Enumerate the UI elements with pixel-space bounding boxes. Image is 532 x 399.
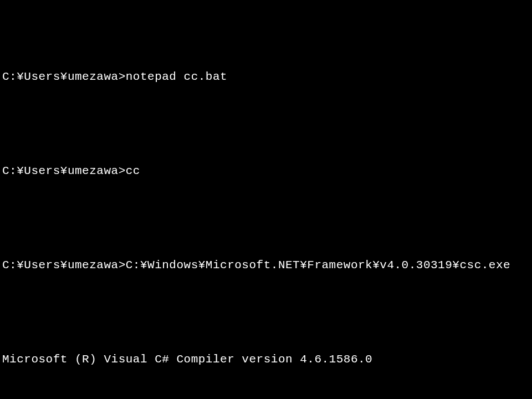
output-line: Microsoft (R) Visual C# Compiler version… (2, 352, 530, 367)
blank-line (2, 305, 530, 320)
command-line: C:¥Users¥umezawa>cc (2, 163, 530, 179)
terminal-window[interactable]: C:¥Users¥umezawa>notepad cc.bat C:¥Users… (0, 33, 532, 332)
blank-line (2, 211, 530, 226)
command-line: C:¥Users¥umezawa>C:¥Windows¥Microsoft.NE… (2, 258, 530, 273)
command-line: C:¥Users¥umezawa>notepad cc.bat (2, 69, 530, 85)
blank-line (2, 116, 530, 132)
